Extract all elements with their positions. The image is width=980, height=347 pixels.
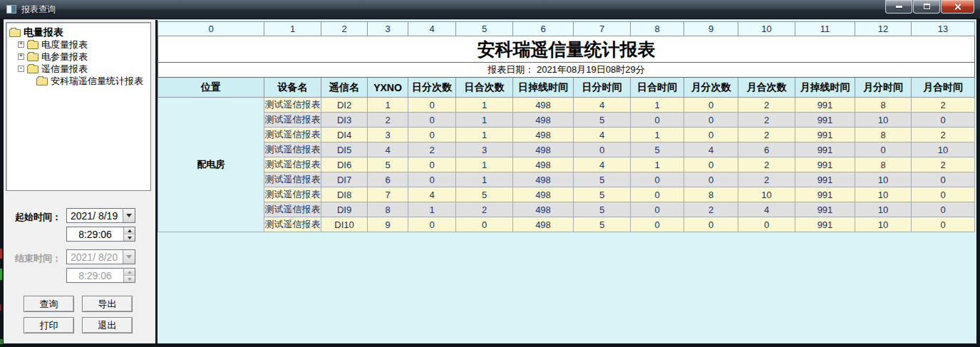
start-time-label: 起始时间： [15, 211, 61, 224]
start-time-input[interactable]: 8:29:06 [66, 227, 135, 242]
titlebar: 报表查询 [0, 0, 980, 19]
value-cell: 7 [368, 187, 408, 202]
value-cell: 0 [912, 113, 975, 128]
column-header: 日分时间 [574, 78, 631, 98]
expand-icon[interactable]: + [18, 53, 24, 60]
device-name-cell: 测试遥信报表 [264, 113, 321, 128]
value-cell: 1 [631, 157, 684, 172]
value-cell: 0 [912, 172, 975, 187]
report-tree: 电量报表+电度量报表+电参量报表-遥信量报表安科瑞遥信量统计报表 [6, 22, 151, 191]
value-cell: 0 [408, 113, 456, 128]
value-cell: 0 [631, 187, 684, 202]
column-header: 日合时间 [631, 78, 684, 98]
tree-item-label: 电量报表 [24, 26, 63, 39]
spin-up-button [124, 269, 135, 276]
column-number-cell: 7 [574, 22, 631, 36]
value-cell: 991 [795, 157, 855, 172]
value-cell: 2 [738, 98, 795, 113]
value-cell: 991 [795, 98, 855, 113]
minimize-icon [896, 6, 902, 8]
value-cell: 498 [513, 98, 574, 113]
table-row: 测试遥信报表DI32014985002991100 [158, 113, 975, 128]
yx-name-cell: DI7 [321, 172, 368, 187]
column-header: 日分次数 [408, 78, 456, 98]
value-cell: 10 [855, 202, 912, 217]
export-button[interactable]: 导出 [82, 296, 133, 312]
value-cell: 0 [855, 143, 912, 157]
maximize-button[interactable] [913, 0, 940, 14]
collapse-icon[interactable]: - [18, 66, 24, 72]
value-cell: 4 [368, 143, 408, 157]
value-cell: 0 [684, 128, 738, 143]
value-cell: 2 [408, 143, 456, 157]
device-name-cell: 测试遥信报表 [264, 187, 321, 202]
value-cell: 2 [738, 113, 795, 128]
column-number-cell: 3 [368, 22, 408, 36]
column-number-cell: 11 [795, 22, 855, 36]
print-button[interactable]: 打印 [24, 317, 74, 333]
value-cell: 0 [408, 172, 456, 187]
value-cell: 0 [631, 217, 684, 232]
value-cell: 2 [738, 128, 795, 143]
value-cell: 0 [408, 217, 456, 232]
yx-name-cell: DI8 [321, 187, 368, 202]
tree-item-3[interactable]: 安科瑞遥信量统计报表 [8, 75, 149, 87]
expand-icon[interactable]: + [18, 41, 24, 48]
tree-item-1[interactable]: +电参量报表 [8, 51, 149, 63]
chevron-down-icon [126, 214, 132, 217]
spin-down-button[interactable] [124, 234, 135, 241]
report-date-row: 报表日期： 2021年08月19日08时29分 [158, 63, 975, 78]
window-title: 报表查询 [21, 4, 56, 16]
column-number-cell: 1 [264, 22, 321, 36]
value-cell: 0 [684, 217, 738, 232]
value-cell: 1 [631, 98, 684, 113]
column-header: 月合时间 [912, 78, 975, 98]
minimize-button[interactable] [885, 0, 912, 14]
folder-icon [36, 78, 48, 86]
yx-name-cell: DI5 [321, 143, 368, 157]
tree-item-2[interactable]: -遥信量报表 [8, 63, 149, 75]
close-icon [954, 3, 961, 11]
value-cell: 498 [513, 187, 574, 202]
table-row: 测试遥信报表DI6501498410299182 [158, 157, 975, 172]
edge-speck [0, 249, 2, 259]
start-time-spinner [123, 227, 135, 241]
end-time-input: 8:29:06 [66, 268, 135, 283]
value-cell: 4 [408, 187, 456, 202]
report-title: 安科瑞遥信量统计报表 [158, 36, 975, 63]
column-header: 位置 [158, 78, 264, 98]
device-name-cell: 测试遥信报表 [264, 98, 321, 113]
table-row: 测试遥信报表DI109004985000991100 [158, 217, 975, 232]
device-name-cell: 测试遥信报表 [264, 143, 321, 157]
value-cell: 6 [738, 143, 795, 157]
column-header: 日合次数 [456, 78, 513, 98]
query-button[interactable]: 查询 [24, 296, 74, 312]
report-date: 报表日期： 2021年08月19日08时29分 [158, 63, 975, 78]
value-cell: 10 [855, 172, 912, 187]
device-name-cell: 测试遥信报表 [264, 157, 321, 172]
value-cell: 5 [574, 172, 631, 187]
value-cell: 10 [855, 217, 912, 232]
column-number-cell: 12 [855, 22, 912, 36]
close-button[interactable] [941, 0, 974, 14]
column-header: 设备名 [264, 78, 321, 98]
table-row: 测试遥信报表DI98124985024991100 [158, 202, 975, 217]
start-date-picker[interactable]: 2021/ 8/19 [66, 208, 135, 223]
device-name-cell: 测试遥信报表 [264, 172, 321, 187]
column-header: 月分时间 [855, 78, 912, 98]
value-cell: 5 [631, 143, 684, 157]
report-title-row: 安科瑞遥信量统计报表 [158, 36, 975, 63]
spin-up-button[interactable] [124, 227, 135, 234]
maximize-icon [924, 4, 930, 9]
value-cell: 498 [513, 172, 574, 187]
tree-item-0[interactable]: +电度量报表 [8, 38, 149, 51]
triangle-up-icon [128, 271, 132, 274]
start-date-dropdown-button[interactable] [123, 209, 135, 222]
exit-button[interactable]: 退出 [82, 317, 133, 333]
device-name-cell: 测试遥信报表 [264, 202, 321, 217]
column-header: YXNO [368, 78, 408, 98]
end-time-value: 8:29:06 [67, 270, 123, 281]
triangle-up-icon [128, 229, 132, 232]
tree-root-item[interactable]: 电量报表 [8, 26, 149, 38]
value-cell: 498 [513, 143, 574, 157]
